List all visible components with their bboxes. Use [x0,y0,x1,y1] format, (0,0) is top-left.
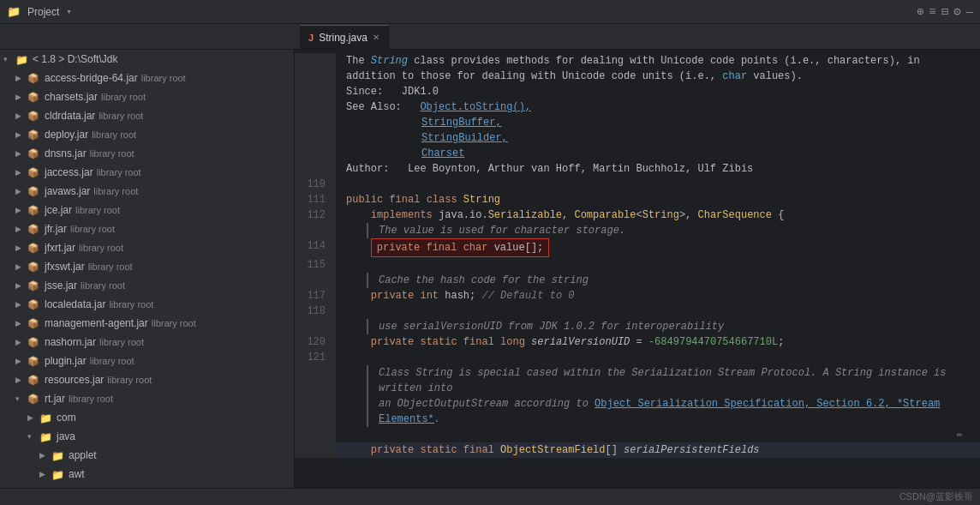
collapse-arrow-icon: ▶ [15,206,27,214]
collapse-arrow-icon: ▶ [15,168,27,177]
settings-icon[interactable]: ⚙ [953,4,960,19]
list-item[interactable]: ▶ 📦 jfxswt.jar library root [0,257,294,276]
collapse-arrow-icon: ▶ [39,451,51,460]
jar-icon: 📦 [27,167,41,178]
see-also-link-3[interactable]: StringBuilder, [421,132,508,144]
collapse-arrow-icon: ▶ [15,262,27,271]
doc-stream-comment-2: an ObjectOutputStream according to Objec… [379,396,970,412]
doc-hash-comment: Cache the hash code for the string [379,274,589,286]
list-item[interactable]: ▶ 📦 jaccess.jar library root [0,163,294,182]
list-item[interactable]: ▶ 📦 javaws.jar library root [0,182,294,201]
code-line-117: private int hash; // Default to 0 [346,290,575,302]
list-icon[interactable]: ≡ [929,5,935,19]
title-bar: 📁 Project ▾ ⊕ ≡ ⊟ ⚙ — [0,0,980,24]
jar-icon: 📦 [27,337,41,348]
doc-stream-comment-1: Class String is special cased within the… [379,365,970,396]
line-numbers: 121 [295,350,336,365]
list-item[interactable]: ▶ 📦 jce.jar library root [0,201,294,219]
watermark-label: CSDN@蓝影铁哥 [899,490,973,503]
list-item[interactable]: ▶ 📦 resources.jar library root [0,370,294,389]
list-item[interactable]: ▶ 📦 jfr.jar library root [0,219,294,238]
line-numbers [295,273,336,288]
line-numbers [295,130,336,146]
line-numbers [295,427,336,442]
tab-string-java[interactable]: J String.java ✕ [300,25,389,49]
main-area: ▾ 📁 < 1.8 > D:\Soft\Jdk ▶ 📦 access-bridg… [0,50,980,488]
jar-icon: 📦 [27,394,41,405]
doc-serial-comment: use serialVersionUID from JDK 1.0.2 for … [379,321,724,333]
list-item[interactable]: ▶ 📦 localedata.jar library root [0,295,294,314]
java-file-icon: J [308,33,314,43]
author-label: Author: [346,163,402,175]
list-item[interactable]: ▶ 📦 charsets.jar library root [0,87,294,106]
pencil-edit-icon[interactable]: ✏ [957,427,963,442]
see-also-link-4[interactable]: Charset [421,147,464,159]
collapse-arrow-icon: ▶ [27,413,39,422]
collapse-arrow-icon: ▶ [15,243,27,252]
bottom-bar: CSDN@蓝影铁哥 [0,488,980,505]
line-numbers [295,319,336,334]
package-icon: 📁 [51,469,65,479]
see-also-link-2[interactable]: StringBuffer, [421,117,502,129]
collapse-arrow-icon: ▶ [15,300,27,309]
jar-icon: 📦 [27,73,41,84]
add-icon[interactable]: ⊕ [917,4,923,19]
see-also-link-1[interactable]: Object.toString(), [420,101,531,113]
line-numbers: 111 [295,192,336,207]
code-line-114: private final char value[]; [346,238,549,257]
collapse-icon[interactable]: ⊟ [941,4,948,19]
line-numbers [295,99,336,115]
code-line-120: private static final long serialVersionU… [346,336,784,348]
list-item-awt[interactable]: ▶ 📁 awt [0,465,294,484]
project-tree[interactable]: ▾ 📁 < 1.8 > D:\Soft\Jdk ▶ 📦 access-bridg… [0,50,295,488]
jar-icon: 📦 [27,299,41,310]
list-item[interactable]: ▶ 📦 jfxrt.jar library root [0,238,294,257]
list-item[interactable]: ▶ 📦 deploy.jar library root [0,125,294,144]
jar-icon: 📦 [27,262,41,273]
jar-icon: 📦 [27,129,41,141]
jar-icon: 📦 [27,356,41,367]
list-item[interactable]: ▶ 📦 plugin.jar library root [0,352,294,370]
collapse-arrow-icon: ▶ [15,319,27,328]
list-item[interactable]: ▶ 📦 cldrdata.jar library root [0,106,294,125]
jar-icon: 📦 [27,148,41,159]
line-numbers [295,53,336,84]
minimize-icon[interactable]: — [966,5,973,19]
jar-icon: 📦 [27,318,41,329]
code-line-112: implements java.io.Serializable, Compara… [346,209,784,221]
expand-arrow-icon: ▾ [15,394,27,403]
line-numbers [295,84,336,99]
collapse-arrow-icon: ▶ [15,281,27,290]
package-icon: 📁 [39,431,53,442]
list-item-applet[interactable]: ▶ 📁 applet [0,446,294,465]
list-item[interactable]: ▶ 📦 management-agent.jar library root [0,314,294,333]
editor-content[interactable]: The String class provides methods for de… [295,50,980,488]
collapse-arrow-icon: ▶ [15,187,27,195]
jar-icon: 📦 [27,243,41,254]
project-label: Project [27,6,59,18]
tab-bar: J String.java ✕ [0,24,980,50]
list-item[interactable]: ▶ 📦 dnsns.jar library root [0,144,294,163]
line-numbers: 112 [295,207,336,223]
line-numbers [295,223,336,238]
collapse-arrow-icon: ▶ [15,357,27,365]
expand-arrow-icon: ▾ [27,432,39,441]
dropdown-arrow-icon[interactable]: ▾ [66,6,72,17]
list-item[interactable]: ▶ 📦 access-bridge-64.jar library root [0,69,294,87]
line-numbers: 120 [295,334,336,350]
line-numbers: 117 [295,288,336,304]
line-numbers: 110 [295,177,336,192]
jar-icon: 📦 [27,205,41,216]
doc-text: The String class provides methods for de… [346,55,920,82]
tree-root-jdk[interactable]: ▾ 📁 < 1.8 > D:\Soft\Jdk [0,50,294,69]
folder-icon: 📁 [7,5,21,19]
line-numbers: 114 [295,238,336,257]
line-numbers [295,146,336,161]
list-item[interactable]: ▶ 📦 jsse.jar library root [0,276,294,295]
list-item-java[interactable]: ▾ 📁 java [0,427,294,446]
list-item[interactable]: ▶ 📦 nashorn.jar library root [0,333,294,352]
list-item-rtjar[interactable]: ▾ 📦 rt.jar library root [0,389,294,408]
tab-close-icon[interactable]: ✕ [373,33,379,42]
line-numbers [295,161,336,177]
list-item-com[interactable]: ▶ 📁 com [0,408,294,427]
